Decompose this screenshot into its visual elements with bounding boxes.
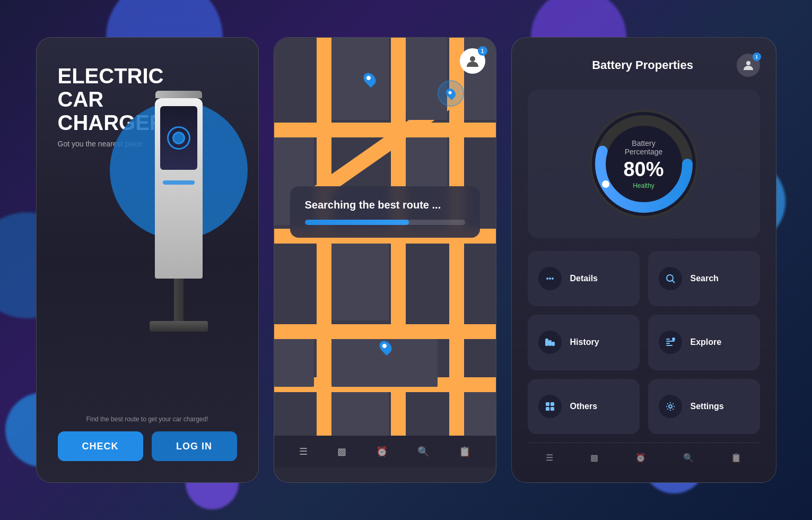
- menu-settings[interactable]: Settings: [648, 379, 760, 434]
- nav-chart-icon[interactable]: ▩: [337, 446, 346, 457]
- avatar-badge: 1: [478, 46, 487, 56]
- menu-explore[interactable]: Explore: [648, 315, 760, 370]
- block2: [406, 38, 447, 120]
- charger-top: [155, 91, 202, 98]
- charger-panel: [160, 106, 197, 170]
- settings-icon: [659, 395, 682, 418]
- pin-glow: [438, 80, 464, 107]
- svg-line-11: [672, 281, 675, 283]
- map-background: 1 Searching the best route ...: [274, 38, 496, 436]
- svg-point-7: [546, 278, 548, 280]
- progress-bar-fill: [305, 220, 409, 225]
- block9: [331, 392, 389, 436]
- nav3-search-icon[interactable]: 🔍: [683, 453, 694, 463]
- bottom-nav-screen2: ☰ ▩ ⏰ 🔍 📋: [274, 436, 496, 467]
- gauge-status: Healthy: [623, 182, 663, 189]
- charger-base: [150, 321, 208, 332]
- svg-point-9: [552, 278, 554, 280]
- check-button[interactable]: CHECK: [58, 431, 143, 461]
- svg-point-0: [470, 56, 475, 62]
- svg-rect-14: [552, 342, 554, 345]
- progress-bar-container: [305, 220, 465, 225]
- avatar-badge-screen3: 1: [753, 53, 761, 61]
- menu-search[interactable]: Search: [648, 251, 760, 306]
- svg-rect-21: [551, 402, 554, 406]
- screen3-header: Battery Properties 1: [528, 54, 760, 77]
- svg-rect-15: [666, 339, 670, 340]
- svg-rect-23: [551, 407, 554, 411]
- screen1-footer: Find the best route to get your car char…: [58, 415, 237, 461]
- search-menu-icon: [659, 267, 682, 290]
- login-button[interactable]: LOG IN: [152, 431, 237, 461]
- explore-icon: [659, 331, 682, 354]
- charger-pole: [174, 279, 184, 321]
- search-modal: Searching the best route ...: [290, 186, 480, 238]
- nav-doc-icon[interactable]: 📋: [459, 446, 470, 457]
- footer-hint: Find the best route to get your car char…: [58, 415, 237, 423]
- charger-btn: [167, 126, 190, 150]
- nav3-clock-icon[interactable]: ⏰: [635, 453, 646, 463]
- others-icon: [538, 395, 562, 418]
- svg-point-6: [602, 180, 609, 188]
- svg-rect-16: [666, 341, 675, 342]
- svg-point-1: [746, 61, 750, 65]
- avatar-button[interactable]: 1: [460, 48, 485, 74]
- block10: [464, 392, 496, 436]
- charger-btn-inner: [172, 132, 185, 144]
- nav-search-icon[interactable]: 🔍: [417, 446, 429, 457]
- avatar-btn-screen3[interactable]: 1: [737, 54, 760, 77]
- others-label: Others: [570, 402, 598, 411]
- screen-map: 1 Searching the best route ... ☰ ▩ ⏰ 🔍 📋: [274, 37, 496, 483]
- charger-illustration: [131, 91, 226, 356]
- block1: [331, 38, 389, 120]
- screens-container: ELECTRICCARCHARGER Got you the nearest p…: [36, 37, 776, 483]
- screen-battery: Battery Properties 1: [511, 37, 776, 483]
- map-view: 1 Searching the best route ...: [274, 38, 496, 436]
- svg-point-24: [669, 405, 672, 408]
- nav3-list-icon[interactable]: ☰: [546, 453, 553, 463]
- gauge-wrapper: BatteryPercentage 80% Healthy: [586, 106, 702, 222]
- bottom-nav-screen3: ☰ ▩ ⏰ 🔍 📋: [528, 443, 760, 472]
- charger-body: [155, 98, 203, 279]
- nav3-doc-icon[interactable]: 📋: [731, 453, 741, 463]
- pin-1: [364, 72, 375, 86]
- search-label: Search: [691, 274, 719, 283]
- menu-grid: Details Search: [528, 251, 760, 434]
- nav-list-icon[interactable]: ☰: [299, 446, 308, 457]
- svg-rect-20: [546, 402, 549, 406]
- gauge-center: BatteryPercentage 80% Healthy: [623, 139, 663, 189]
- explore-label: Explore: [691, 337, 722, 347]
- svg-rect-22: [546, 407, 549, 411]
- details-label: Details: [570, 274, 598, 283]
- menu-others[interactable]: Others: [528, 379, 640, 434]
- searching-text: Searching the best route ...: [305, 199, 465, 211]
- pin-2: [380, 340, 391, 354]
- nav-clock-icon[interactable]: ⏰: [376, 446, 388, 457]
- svg-point-19: [672, 337, 675, 341]
- settings-label: Settings: [691, 402, 724, 411]
- history-label: History: [570, 337, 599, 347]
- svg-rect-17: [666, 343, 670, 344]
- action-buttons: CHECK LOG IN: [58, 431, 237, 461]
- gauge-percent: 80%: [623, 158, 663, 181]
- details-icon: [538, 267, 562, 290]
- charger-indicator: [163, 180, 195, 185]
- svg-point-8: [549, 278, 551, 280]
- block7: [274, 339, 314, 387]
- menu-details[interactable]: Details: [528, 251, 640, 306]
- battery-title: Battery Properties: [592, 58, 693, 72]
- history-icon: [538, 331, 562, 354]
- block6: [331, 244, 389, 320]
- svg-point-10: [667, 275, 673, 281]
- menu-history[interactable]: History: [528, 315, 640, 370]
- gauge-label: BatteryPercentage: [623, 139, 663, 156]
- battery-gauge-card: BatteryPercentage 80% Healthy: [528, 90, 760, 238]
- screen-charger: ELECTRICCARCHARGER Got you the nearest p…: [36, 37, 259, 483]
- svg-rect-13: [549, 341, 551, 345]
- svg-rect-18: [666, 345, 673, 346]
- svg-rect-12: [546, 339, 548, 345]
- nav3-chart-icon[interactable]: ▩: [590, 453, 598, 463]
